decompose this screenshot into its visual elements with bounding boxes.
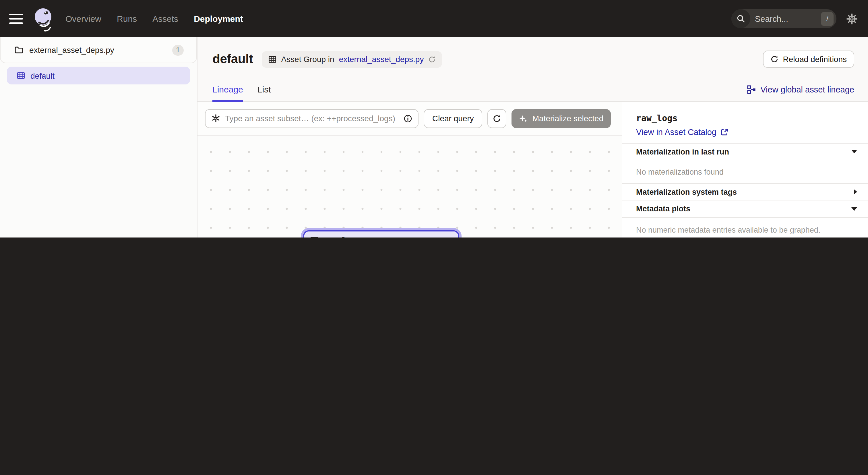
asset-group-tag: Asset Group in external_asset_deps.py xyxy=(261,51,442,67)
code-location-name: external_asset_deps.py xyxy=(29,46,166,55)
asset-node-raw-logs[interactable]: raw_logs No description Never materializ… xyxy=(303,230,459,237)
tab-list-label: List xyxy=(257,84,271,94)
chevron-down-icon xyxy=(851,207,857,210)
main-content: default Asset Group in external_asset_de… xyxy=(197,37,868,237)
sidebar-item-label: default xyxy=(30,71,55,80)
code-location-link[interactable]: external_asset_deps.py xyxy=(339,55,424,64)
tab-lineage[interactable]: Lineage xyxy=(212,78,243,101)
tab-lineage-label: Lineage xyxy=(212,84,243,94)
reload-definitions-button[interactable]: Reload definitions xyxy=(763,51,854,68)
section-materialization-last-run[interactable]: Materialization in last run xyxy=(622,143,868,160)
view-in-asset-catalog-label: View in Asset Catalog xyxy=(636,127,716,137)
search-shortcut-key: / xyxy=(821,12,834,26)
metadata-plots-body: No numeric metadata entries available to… xyxy=(622,218,868,237)
lineage-graph-column: Clear query Materialize selected xyxy=(197,102,622,237)
section-materialization-system-tags[interactable]: Materialization system tags xyxy=(622,183,868,201)
tabs-row: Lineage List View global asset lineage xyxy=(197,78,868,102)
asset-group-count-badge: 1 xyxy=(172,44,184,55)
hamburger-menu-icon[interactable] xyxy=(9,13,23,24)
top-navigation-bar: Overview Runs Assets Deployment Search..… xyxy=(0,0,868,37)
asset-group-tag-prefix: Asset Group in xyxy=(281,55,334,64)
no-numeric-metadata-text: No numeric metadata entries available to… xyxy=(636,226,820,234)
section-metadata-plots[interactable]: Metadata plots xyxy=(622,201,868,218)
nav-item-deployment[interactable]: Deployment xyxy=(194,14,243,24)
section-label: Materialization system tags xyxy=(636,187,737,196)
global-search-input[interactable]: Search... / xyxy=(732,9,836,28)
op-selector-icon xyxy=(211,114,220,123)
sparkle-icon xyxy=(519,114,528,123)
refresh-icon xyxy=(493,114,501,123)
chevron-down-icon xyxy=(851,150,857,153)
dagster-app: Overview Runs Assets Deployment Search..… xyxy=(0,0,868,237)
materialize-selected-button[interactable]: Materialize selected xyxy=(512,109,611,128)
folder-icon xyxy=(14,46,24,55)
asset-node-label: raw_logs xyxy=(323,236,361,237)
materialization-last-run-body: No materializations found xyxy=(622,160,868,183)
panel-header: raw_logs View in Asset Catalog xyxy=(622,102,868,143)
lineage-graph-canvas[interactable]: raw_logs No description Never materializ… xyxy=(197,136,622,237)
refresh-icon xyxy=(770,55,778,63)
search-placeholder: Search... xyxy=(750,14,821,23)
panel-asset-title: raw_logs xyxy=(636,113,854,123)
settings-gear-icon[interactable] xyxy=(846,13,858,24)
asset-subset-input[interactable] xyxy=(225,114,399,123)
main-nav: Overview Runs Assets Deployment xyxy=(65,14,243,24)
page-header: default Asset Group in external_asset_de… xyxy=(197,37,868,78)
sidebar-item-default-group[interactable]: default xyxy=(7,67,190,84)
asset-subset-filter[interactable] xyxy=(205,109,418,128)
view-global-asset-lineage-link[interactable]: View global asset lineage xyxy=(747,85,854,94)
asset-group-icon xyxy=(17,71,25,80)
nav-item-assets[interactable]: Assets xyxy=(152,14,178,24)
lineage-graph-icon xyxy=(747,85,756,94)
info-icon[interactable] xyxy=(404,114,412,123)
reload-definitions-label: Reload definitions xyxy=(783,55,847,64)
chevron-right-icon xyxy=(854,189,857,195)
view-global-asset-lineage-label: View global asset lineage xyxy=(761,85,854,94)
refresh-graph-button[interactable] xyxy=(488,109,507,128)
page-title: default xyxy=(212,52,253,67)
search-icon xyxy=(732,9,750,28)
nav-item-overview[interactable]: Overview xyxy=(65,14,101,24)
graph-toolbar: Clear query Materialize selected xyxy=(197,102,622,136)
asset-node-header: raw_logs xyxy=(304,232,458,237)
section-label: Materialization in last run xyxy=(636,147,729,156)
external-link-icon xyxy=(720,128,728,136)
clear-query-button[interactable]: Clear query xyxy=(424,109,483,128)
asset-group-icon xyxy=(268,55,276,63)
view-in-asset-catalog-link[interactable]: View in Asset Catalog xyxy=(636,127,854,137)
tab-list[interactable]: List xyxy=(257,78,271,101)
dagster-logo[interactable] xyxy=(31,5,55,32)
table-icon xyxy=(310,236,319,237)
no-materializations-text: No materializations found xyxy=(636,168,724,176)
nav-item-runs[interactable]: Runs xyxy=(117,14,137,24)
section-label: Metadata plots xyxy=(636,205,690,213)
asset-detail-panel: raw_logs View in Asset Catalog Materiali… xyxy=(622,102,868,237)
code-location-card: external_asset_deps.py 1 xyxy=(0,37,197,63)
reload-tag-icon[interactable] xyxy=(428,55,436,63)
materialize-selected-label: Materialize selected xyxy=(532,114,603,123)
left-sidebar: external_asset_deps.py 1 default externa… xyxy=(0,37,197,237)
code-location-row[interactable]: external_asset_deps.py 1 xyxy=(1,37,196,63)
